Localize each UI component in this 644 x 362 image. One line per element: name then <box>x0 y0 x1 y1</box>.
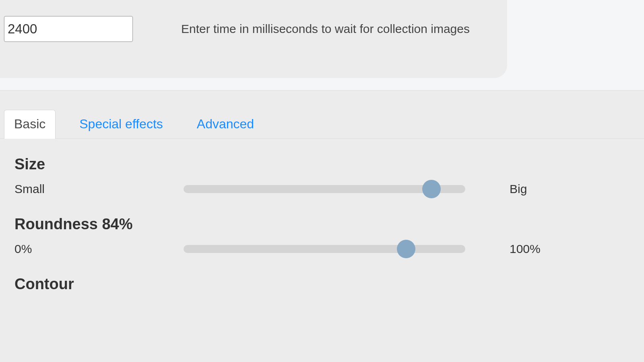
size-group: Size Small Big <box>14 156 630 198</box>
settings-panel: Basic Special effects Advanced Size Smal… <box>0 90 644 362</box>
settings-tabs: Basic Special effects Advanced <box>0 90 644 139</box>
tab-advanced[interactable]: Advanced <box>187 110 264 139</box>
size-max-label: Big <box>465 182 554 196</box>
roundness-min-label: 0% <box>14 242 184 256</box>
contour-title: Contour <box>14 276 630 293</box>
tab-basic[interactable]: Basic <box>4 110 56 139</box>
wait-time-input[interactable] <box>4 16 133 42</box>
roundness-max-label: 100% <box>465 242 554 256</box>
basic-controls: Size Small Big Roundness 84% 0% 100% <box>0 139 644 293</box>
size-slider-thumb[interactable] <box>422 180 441 198</box>
roundness-slider-row: 0% 100% <box>14 240 630 258</box>
roundness-slider-thumb[interactable] <box>397 240 415 258</box>
size-title: Size <box>14 156 630 173</box>
tab-special-effects[interactable]: Special effects <box>69 110 173 139</box>
timing-panel: Enter time in milliseconds to wait for c… <box>0 0 507 78</box>
wait-time-hint: Enter time in milliseconds to wait for c… <box>181 22 470 36</box>
size-slider-row: Small Big <box>14 180 630 198</box>
size-slider[interactable] <box>184 180 465 198</box>
timing-row: Enter time in milliseconds to wait for c… <box>0 0 507 42</box>
panel-gap <box>0 78 644 90</box>
contour-group: Contour <box>14 276 630 293</box>
size-min-label: Small <box>14 182 184 196</box>
roundness-title: Roundness 84% <box>14 216 630 233</box>
roundness-slider-track <box>184 245 465 253</box>
roundness-group: Roundness 84% 0% 100% <box>14 216 630 258</box>
roundness-slider[interactable] <box>184 240 465 258</box>
